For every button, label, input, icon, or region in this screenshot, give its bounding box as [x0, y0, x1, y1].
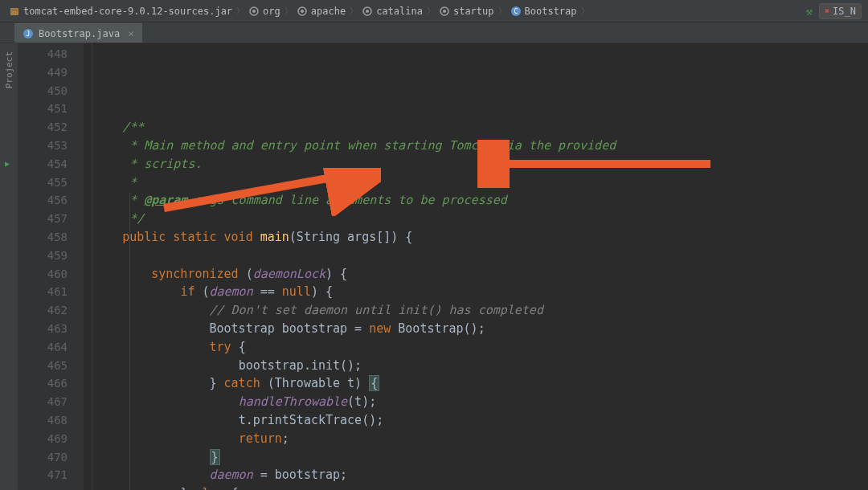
code-line[interactable]: bootstrap.init(); [93, 357, 868, 375]
breadcrumb-separator: 〉 [581, 6, 589, 17]
line-number[interactable]: 468 [18, 411, 68, 430]
code-line[interactable]: daemon = bootstrap; [93, 466, 868, 484]
breadcrumb-separator: 〉 [285, 6, 293, 17]
line-number[interactable]: 462 [18, 301, 68, 320]
java-file-icon: J [23, 28, 34, 39]
line-number[interactable]: 452 [18, 118, 68, 137]
code-line[interactable]: */ [93, 210, 868, 228]
toolbar-right: ⚒ ✖ IS_N [806, 3, 862, 19]
breadcrumb-item[interactable]: startup [436, 6, 497, 17]
line-number[interactable]: 463 [18, 320, 68, 338]
code-line[interactable]: } else { [93, 484, 868, 490]
line-number[interactable]: 456 [18, 191, 68, 210]
svg-rect-0 [10, 8, 18, 15]
breadcrumb-separator: 〉 [236, 6, 244, 17]
run-configuration-selector[interactable]: ✖ IS_N [819, 3, 862, 19]
line-number[interactable]: 465 [18, 357, 68, 375]
code-line[interactable]: /** [93, 118, 868, 137]
project-tool-window-button[interactable]: Project [4, 51, 14, 88]
line-number[interactable]: 467 [18, 393, 68, 411]
breadcrumb-item[interactable]: tomcat-embed-core-9.0.12-sources.jar [6, 6, 235, 17]
line-number[interactable]: 464 [18, 338, 68, 357]
svg-text:J: J [27, 31, 31, 38]
breadcrumb-separator: 〉 [427, 6, 435, 17]
code-line[interactable]: // Don't set daemon until init() has com… [93, 301, 868, 320]
line-number[interactable]: 470 [18, 448, 68, 467]
line-number[interactable]: 469 [18, 430, 68, 448]
build-icon[interactable]: ⚒ [806, 5, 813, 18]
code-line[interactable]: return; [93, 430, 868, 448]
code-line[interactable]: try { [93, 338, 868, 357]
code-line[interactable]: t.printStackTrace(); [93, 411, 868, 430]
code-editor[interactable]: 448449450451452453454▶455456457458459460… [18, 43, 868, 490]
svg-point-9 [443, 10, 446, 13]
breadcrumb-item[interactable]: CBootstrap [508, 6, 579, 17]
line-number[interactable]: 451 [18, 100, 68, 118]
tab-close-icon[interactable]: × [128, 27, 134, 39]
editor-tab[interactable]: J Bootstrap.java × [14, 23, 142, 43]
line-number[interactable]: 466 [18, 374, 68, 393]
line-number[interactable]: 448 [18, 45, 68, 63]
line-number[interactable]: 453 [18, 137, 68, 155]
code-line[interactable] [93, 247, 868, 265]
code-line[interactable]: } catch (Throwable t) { [93, 374, 868, 393]
breadcrumb-item[interactable]: org [246, 6, 283, 17]
package-icon [248, 6, 260, 17]
line-number[interactable]: 458 [18, 228, 68, 247]
svg-point-7 [366, 10, 369, 13]
class-icon: C [510, 6, 522, 17]
code-line[interactable]: * Main method and entry point when start… [93, 137, 868, 155]
editor-gutter[interactable]: 448449450451452453454▶455456457458459460… [18, 43, 84, 490]
code-line[interactable]: Bootstrap bootstrap = new Bootstrap(); [93, 320, 868, 338]
run-gutter-icon[interactable]: ▶ [5, 155, 10, 174]
code-line[interactable]: if (daemon == null) { [93, 283, 868, 301]
breadcrumb-separator: 〉 [498, 6, 506, 17]
svg-point-5 [301, 10, 304, 13]
line-number[interactable]: 460 [18, 265, 68, 284]
editor-tabs-bar: J Bootstrap.java × [0, 22, 868, 43]
svg-rect-1 [11, 10, 18, 10]
package-icon [439, 6, 450, 17]
code-line[interactable]: public static void main(String args[]) { [93, 228, 868, 247]
run-config-label: IS_N [833, 6, 856, 17]
svg-text:C: C [514, 8, 518, 15]
indent-guide [92, 43, 92, 490]
line-number[interactable]: 450 [18, 82, 68, 100]
line-number[interactable]: 459 [18, 247, 68, 265]
breadcrumb-bar: tomcat-embed-core-9.0.12-sources.jar〉org… [0, 0, 868, 22]
code-line[interactable]: * scripts. [93, 155, 868, 174]
code-line[interactable]: * [93, 174, 868, 192]
package-icon [362, 6, 373, 17]
bug-icon: ✖ [825, 6, 829, 15]
code-area[interactable]: /** * Main method and entry point when s… [84, 43, 868, 490]
svg-point-3 [252, 10, 256, 13]
code-line[interactable]: * @param args Command line arguments to … [93, 191, 868, 210]
side-tool-window-bar: Project [0, 43, 18, 490]
breadcrumb-item[interactable]: catalina [359, 6, 425, 17]
line-number[interactable]: 449 [18, 63, 68, 82]
line-number[interactable]: 454▶ [18, 155, 68, 174]
breadcrumb-separator: 〉 [350, 6, 358, 17]
line-number[interactable]: 455 [18, 174, 68, 192]
line-number[interactable]: 461 [18, 283, 68, 301]
tab-filename: Bootstrap.java [39, 28, 120, 39]
line-number[interactable]: 471 [18, 466, 68, 484]
jar-icon [9, 6, 20, 17]
code-line[interactable]: } [93, 448, 868, 467]
package-icon [297, 6, 308, 17]
code-line[interactable]: synchronized (daemonLock) { [93, 265, 868, 284]
breadcrumb-item[interactable]: apache [294, 6, 348, 17]
line-number[interactable]: 457 [18, 210, 68, 228]
code-line[interactable]: handleThrowable(t); [93, 393, 868, 411]
